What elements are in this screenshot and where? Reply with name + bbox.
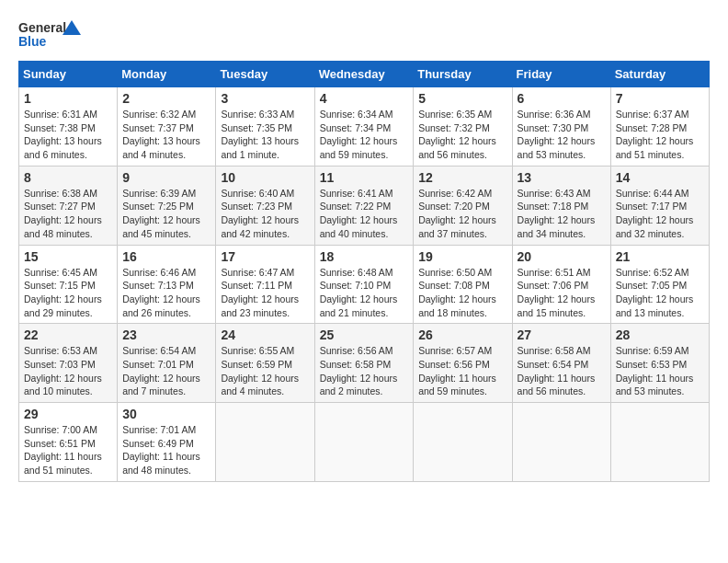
day-info: Sunrise: 6:35 AMSunset: 7:32 PMDaylight:… <box>418 108 506 162</box>
calendar-cell: 14Sunrise: 6:44 AMSunset: 7:17 PMDayligh… <box>610 166 709 245</box>
calendar-cell: 23Sunrise: 6:54 AMSunset: 7:01 PMDayligh… <box>118 324 216 403</box>
day-info: Sunrise: 6:57 AMSunset: 6:56 PMDaylight:… <box>418 344 506 398</box>
calendar-cell: 20Sunrise: 6:51 AMSunset: 7:06 PMDayligh… <box>512 245 610 324</box>
day-info: Sunrise: 6:47 AMSunset: 7:11 PMDaylight:… <box>221 266 309 320</box>
day-info: Sunrise: 6:46 AMSunset: 7:13 PMDaylight:… <box>122 266 210 320</box>
logo: GeneralBlue <box>18 18 83 52</box>
day-info: Sunrise: 6:58 AMSunset: 6:54 PMDaylight:… <box>518 344 606 398</box>
calendar-cell <box>512 403 610 482</box>
day-number: 26 <box>418 327 506 342</box>
day-number: 6 <box>518 91 606 106</box>
calendar-cell: 25Sunrise: 6:56 AMSunset: 6:58 PMDayligh… <box>314 324 414 403</box>
day-number: 30 <box>122 407 210 421</box>
day-number: 10 <box>221 170 309 185</box>
calendar-cell: 18Sunrise: 6:48 AMSunset: 7:10 PMDayligh… <box>314 245 414 324</box>
day-info: Sunrise: 6:56 AMSunset: 6:58 PMDaylight:… <box>320 344 409 398</box>
day-number: 21 <box>616 249 704 264</box>
day-number: 28 <box>616 327 704 342</box>
calendar-cell: 6Sunrise: 6:36 AMSunset: 7:30 PMDaylight… <box>512 87 610 167</box>
calendar-cell: 7Sunrise: 6:37 AMSunset: 7:28 PMDaylight… <box>610 87 709 167</box>
day-number: 11 <box>320 170 409 185</box>
weekday-header: Friday <box>512 62 610 87</box>
day-info: Sunrise: 6:38 AMSunset: 7:27 PMDaylight:… <box>24 187 112 241</box>
calendar-cell: 24Sunrise: 6:55 AMSunset: 6:59 PMDayligh… <box>216 324 314 403</box>
weekday-header: Thursday <box>414 62 512 87</box>
day-info: Sunrise: 6:43 AMSunset: 7:18 PMDaylight:… <box>518 187 606 241</box>
day-number: 22 <box>24 327 112 342</box>
calendar-cell: 29Sunrise: 7:00 AMSunset: 6:51 PMDayligh… <box>19 403 118 482</box>
weekday-header: Saturday <box>610 62 709 87</box>
day-info: Sunrise: 6:39 AMSunset: 7:25 PMDaylight:… <box>122 187 210 241</box>
day-number: 24 <box>221 327 309 342</box>
day-number: 17 <box>221 249 309 264</box>
calendar-week-row: 15Sunrise: 6:45 AMSunset: 7:15 PMDayligh… <box>19 245 710 324</box>
weekday-header: Wednesday <box>314 62 414 87</box>
calendar-cell: 17Sunrise: 6:47 AMSunset: 7:11 PMDayligh… <box>216 245 314 324</box>
day-number: 1 <box>24 91 112 106</box>
calendar-cell: 15Sunrise: 6:45 AMSunset: 7:15 PMDayligh… <box>19 245 118 324</box>
day-number: 5 <box>418 91 506 106</box>
day-info: Sunrise: 6:48 AMSunset: 7:10 PMDaylight:… <box>320 266 409 320</box>
day-number: 25 <box>320 327 409 342</box>
calendar-week-row: 1Sunrise: 6:31 AMSunset: 7:38 PMDaylight… <box>19 87 710 167</box>
calendar-week-row: 8Sunrise: 6:38 AMSunset: 7:27 PMDaylight… <box>19 166 710 245</box>
weekday-header: Tuesday <box>216 62 314 87</box>
calendar-cell: 19Sunrise: 6:50 AMSunset: 7:08 PMDayligh… <box>414 245 512 324</box>
calendar-table: SundayMondayTuesdayWednesdayThursdayFrid… <box>18 61 710 482</box>
page-header: GeneralBlue <box>18 18 710 52</box>
day-number: 23 <box>122 327 210 342</box>
calendar-cell: 30Sunrise: 7:01 AMSunset: 6:49 PMDayligh… <box>118 403 216 482</box>
day-info: Sunrise: 6:52 AMSunset: 7:05 PMDaylight:… <box>616 266 704 320</box>
day-info: Sunrise: 6:45 AMSunset: 7:15 PMDaylight:… <box>24 266 112 320</box>
day-info: Sunrise: 6:37 AMSunset: 7:28 PMDaylight:… <box>616 108 704 162</box>
calendar-cell: 16Sunrise: 6:46 AMSunset: 7:13 PMDayligh… <box>118 245 216 324</box>
calendar-cell: 8Sunrise: 6:38 AMSunset: 7:27 PMDaylight… <box>19 166 118 245</box>
day-info: Sunrise: 6:59 AMSunset: 6:53 PMDaylight:… <box>616 344 704 398</box>
day-info: Sunrise: 6:53 AMSunset: 7:03 PMDaylight:… <box>24 344 112 398</box>
day-info: Sunrise: 6:55 AMSunset: 6:59 PMDaylight:… <box>221 344 309 398</box>
day-number: 3 <box>221 91 309 106</box>
calendar-cell: 13Sunrise: 6:43 AMSunset: 7:18 PMDayligh… <box>512 166 610 245</box>
calendar-cell: 21Sunrise: 6:52 AMSunset: 7:05 PMDayligh… <box>610 245 709 324</box>
day-number: 4 <box>320 91 409 106</box>
day-info: Sunrise: 6:44 AMSunset: 7:17 PMDaylight:… <box>616 187 704 241</box>
calendar-week-row: 29Sunrise: 7:00 AMSunset: 6:51 PMDayligh… <box>19 403 710 482</box>
day-info: Sunrise: 6:34 AMSunset: 7:34 PMDaylight:… <box>320 108 409 162</box>
calendar-cell: 4Sunrise: 6:34 AMSunset: 7:34 PMDaylight… <box>314 87 414 167</box>
day-info: Sunrise: 7:01 AMSunset: 6:49 PMDaylight:… <box>122 423 210 477</box>
day-info: Sunrise: 6:32 AMSunset: 7:37 PMDaylight:… <box>122 108 210 162</box>
calendar-cell: 2Sunrise: 6:32 AMSunset: 7:37 PMDaylight… <box>118 87 216 167</box>
day-number: 8 <box>24 170 112 185</box>
logo-svg: GeneralBlue <box>18 18 83 52</box>
day-number: 15 <box>24 249 112 264</box>
calendar-cell: 11Sunrise: 6:41 AMSunset: 7:22 PMDayligh… <box>314 166 414 245</box>
calendar-cell: 22Sunrise: 6:53 AMSunset: 7:03 PMDayligh… <box>19 324 118 403</box>
calendar-cell <box>610 403 709 482</box>
calendar-cell: 27Sunrise: 6:58 AMSunset: 6:54 PMDayligh… <box>512 324 610 403</box>
day-info: Sunrise: 6:33 AMSunset: 7:35 PMDaylight:… <box>221 108 309 162</box>
calendar-cell <box>314 403 414 482</box>
day-info: Sunrise: 6:42 AMSunset: 7:20 PMDaylight:… <box>418 187 506 241</box>
calendar-cell <box>414 403 512 482</box>
day-info: Sunrise: 6:50 AMSunset: 7:08 PMDaylight:… <box>418 266 506 320</box>
day-number: 14 <box>616 170 704 185</box>
calendar-header-row: SundayMondayTuesdayWednesdayThursdayFrid… <box>19 62 710 87</box>
day-info: Sunrise: 6:40 AMSunset: 7:23 PMDaylight:… <box>221 187 309 241</box>
calendar-cell: 3Sunrise: 6:33 AMSunset: 7:35 PMDaylight… <box>216 87 314 167</box>
day-number: 12 <box>418 170 506 185</box>
calendar-cell: 12Sunrise: 6:42 AMSunset: 7:20 PMDayligh… <box>414 166 512 245</box>
day-number: 9 <box>122 170 210 185</box>
calendar-week-row: 22Sunrise: 6:53 AMSunset: 7:03 PMDayligh… <box>19 324 710 403</box>
calendar-cell: 1Sunrise: 6:31 AMSunset: 7:38 PMDaylight… <box>19 87 118 167</box>
calendar-cell: 26Sunrise: 6:57 AMSunset: 6:56 PMDayligh… <box>414 324 512 403</box>
day-info: Sunrise: 6:41 AMSunset: 7:22 PMDaylight:… <box>320 187 409 241</box>
day-number: 13 <box>518 170 606 185</box>
day-info: Sunrise: 6:36 AMSunset: 7:30 PMDaylight:… <box>518 108 606 162</box>
day-number: 16 <box>122 249 210 264</box>
day-number: 2 <box>122 91 210 106</box>
svg-text:Blue: Blue <box>18 34 47 49</box>
calendar-cell <box>216 403 314 482</box>
weekday-header: Monday <box>118 62 216 87</box>
calendar-cell: 9Sunrise: 6:39 AMSunset: 7:25 PMDaylight… <box>118 166 216 245</box>
day-number: 29 <box>24 407 112 421</box>
